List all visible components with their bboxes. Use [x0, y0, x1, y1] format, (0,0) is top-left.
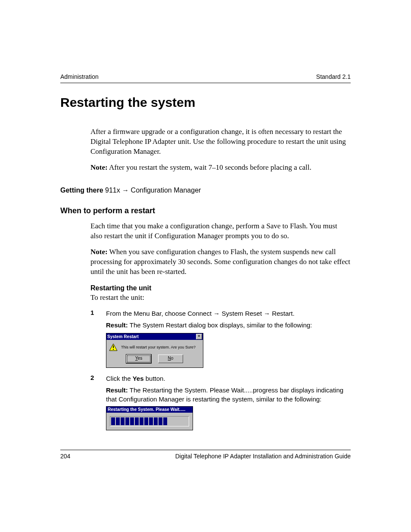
dialog-title: System Restart — [107, 334, 139, 339]
dialog-body: This will restart your system. Are you S… — [106, 340, 203, 353]
dialog-message: This will restart your system. Are you S… — [121, 345, 196, 349]
step-2-result: Result: The Restarting the System. Pleas… — [106, 386, 351, 404]
system-restart-dialog: System Restart × This will restart your … — [106, 333, 203, 368]
paragraph-save-flash: Each time that you make a configuration … — [90, 221, 351, 241]
progress-segment — [130, 417, 134, 425]
step-number: 2 — [90, 374, 106, 383]
intro-paragraph: After a firmware upgrade or a configurat… — [90, 127, 351, 157]
dialog-button-row: Yes No — [106, 353, 203, 367]
progress-segment — [121, 417, 125, 425]
step-1-text: From the Menu Bar, choose Connect → Syst… — [106, 309, 351, 318]
page-title: Restarting the system — [60, 95, 351, 110]
note-2: Note: When you save configuration change… — [90, 247, 351, 277]
close-button[interactable]: × — [196, 334, 202, 339]
subhead-restarting-unit: Restarting the unit — [90, 284, 351, 292]
step-1-result: Result: The System Restart dialog box di… — [106, 320, 351, 330]
result-text: The System Restart dialog box displays, … — [128, 321, 312, 329]
paragraph-to-restart: To restart the unit: — [90, 293, 351, 303]
svg-rect-2 — [113, 349, 114, 350]
footer-rule — [60, 450, 351, 450]
progress-dialog: Restarting the System. Please Wait..... — [106, 406, 193, 430]
step-2-text: Click the Yes button. — [106, 374, 351, 383]
note-text: When you save configuration changes to F… — [90, 248, 350, 276]
progress-segment — [144, 417, 148, 425]
progress-segment — [154, 417, 158, 425]
warning-icon — [109, 343, 118, 351]
no-button[interactable]: No — [158, 355, 183, 363]
header-left: Administration — [60, 73, 99, 80]
progress-segment — [116, 417, 120, 425]
dialog-titlebar: System Restart × — [106, 333, 203, 340]
document-page: Administration Standard 2.1 Restarting t… — [0, 0, 411, 532]
getting-there: Getting there 911x → Configuration Manag… — [60, 187, 351, 194]
progress-segment — [125, 417, 129, 425]
running-footer: 204 Digital Telephone IP Adapter Install… — [60, 453, 351, 460]
progress-segment — [163, 417, 167, 425]
header-right: Standard 2.1 — [316, 73, 351, 80]
running-header: Administration Standard 2.1 — [60, 73, 351, 83]
yes-button[interactable]: Yes — [126, 355, 151, 363]
subhead-when-to-restart: When to perform a restart — [60, 206, 351, 215]
step-1: 1 From the Menu Bar, choose Connect → Sy… — [90, 309, 351, 318]
step-number: 1 — [90, 309, 106, 318]
svg-rect-1 — [113, 345, 114, 348]
note-label: Note: — [90, 163, 108, 171]
step-2: 2 Click the Yes button. — [90, 374, 351, 383]
progress-bar — [110, 416, 189, 426]
page-number: 204 — [60, 453, 70, 460]
getting-there-label: Getting there — [60, 187, 103, 194]
note-1: Note: After you restart the system, wait… — [90, 163, 351, 173]
getting-there-path: 911x → Configuration Manager — [103, 187, 201, 194]
progress-segment — [140, 417, 143, 425]
footer-title: Digital Telephone IP Adapter Installatio… — [175, 453, 351, 460]
result-text: The Restarting the System. Please Wait..… — [106, 386, 343, 403]
result-label: Result: — [106, 321, 128, 329]
progress-segment — [149, 417, 153, 425]
progress-segment — [135, 417, 139, 425]
progress-segment — [111, 417, 115, 425]
progress-segment — [159, 417, 162, 425]
note-label: Note: — [90, 248, 108, 256]
progress-dialog-title: Restarting the System. Please Wait..... — [106, 407, 193, 413]
note-text: After you restart the system, wait 7–10 … — [108, 163, 311, 171]
result-label: Result: — [106, 386, 128, 394]
